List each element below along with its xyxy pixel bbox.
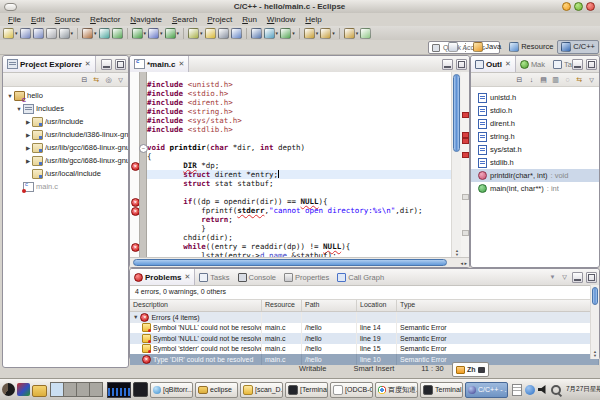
link-with-editor-icon[interactable] (92, 75, 101, 84)
save-icon[interactable] (19, 28, 32, 39)
run-icon[interactable]: ▾ (131, 28, 148, 39)
external-tools-icon[interactable]: ▾ (164, 28, 181, 39)
collapse-all-icon[interactable] (80, 75, 89, 84)
expand-arrow-icon[interactable]: ▶ (24, 119, 32, 125)
taskbar-window-qbittorrent[interactable]: [qBittorr... (150, 382, 193, 398)
editor-body[interactable]: ×××× #include <unistd.h>#include <stdio.… (130, 72, 469, 258)
tree-item--usr-include[interactable]: ▶/usr/include (3, 115, 128, 128)
save-all-icon[interactable] (32, 28, 45, 39)
forward-icon[interactable]: ▾ (343, 28, 360, 39)
coverage-icon[interactable]: ▾ (187, 28, 204, 39)
volume-tray-icon[interactable] (538, 385, 548, 395)
taskbar-window-folder[interactable]: eclipse (195, 382, 238, 398)
tree-item--usr-lib-gcc-i686-linux-gnu-4-7-[interactable]: ▶/usr/lib/gcc/i686-linux-gnu/4.7/ (3, 154, 128, 167)
mark[interactable] (462, 194, 469, 200)
sort-icon[interactable] (527, 75, 536, 84)
tab-tasks[interactable]: Tasks (195, 269, 233, 285)
open-perspective-button[interactable] (444, 40, 462, 54)
tab-call-graph[interactable]: Call Graph (333, 269, 388, 285)
next-annotation-icon[interactable]: ▾ (263, 28, 280, 39)
scrollbar-arrows[interactable]: ◂ ▸ (461, 260, 467, 266)
menu-file[interactable]: File (3, 15, 26, 24)
problem-row[interactable]: Symbol 'NULL' could not be resolvedmain.… (130, 323, 599, 334)
menu-project[interactable]: Project (202, 15, 237, 24)
outline-item[interactable]: printdir(char*, int) : void (471, 169, 599, 182)
outline-item[interactable]: dirent.h (471, 117, 599, 130)
input-method-indicator[interactable]: Zh (452, 362, 489, 377)
taskbar-window-scan[interactable]: [scan_D... (240, 382, 283, 398)
print-icon[interactable] (45, 28, 58, 39)
open-console-icon[interactable] (217, 28, 230, 39)
window-menu-button[interactable] (4, 3, 17, 11)
error-mark[interactable] (462, 138, 469, 144)
file-manager-icon[interactable] (32, 385, 47, 397)
search-icon[interactable] (250, 28, 263, 39)
dropdown-arrow-icon[interactable]: ▾ (144, 30, 147, 36)
dropdown-arrow-icon[interactable]: ▾ (276, 30, 279, 36)
filter-icon[interactable] (548, 272, 557, 281)
outline-item[interactable]: string.h (471, 130, 599, 143)
column-header-resource[interactable]: Resource (262, 300, 302, 311)
workspace-2[interactable] (63, 382, 77, 397)
pin-editor-icon[interactable] (359, 28, 372, 39)
expand-arrow-icon[interactable]: ▶ (24, 132, 32, 138)
dropdown-arrow-icon[interactable]: ▾ (200, 30, 203, 36)
profile-icon[interactable]: ▾ (147, 28, 164, 39)
dropdown-arrow-icon[interactable]: ▾ (94, 30, 97, 36)
workspace-3[interactable] (76, 382, 90, 397)
tree-item-main-c[interactable]: main.c (3, 180, 128, 193)
previous-annotation-icon[interactable]: ▾ (279, 28, 296, 39)
perspective-cc[interactable]: C/C++ (557, 40, 599, 54)
column-header-path[interactable]: Path (302, 300, 357, 311)
minimize-view-icon[interactable] (442, 59, 453, 70)
perspective-java[interactable]: Java (469, 40, 505, 54)
outline-item[interactable]: unistd.h (471, 91, 599, 104)
media-launcher-icon[interactable] (17, 383, 30, 396)
app-menu-icon[interactable] (2, 383, 15, 396)
menu-run[interactable]: Run (237, 15, 262, 24)
dropdown-arrow-icon[interactable]: ▾ (177, 30, 180, 36)
back-icon[interactable]: ▾ (319, 28, 336, 39)
close-icon[interactable]: ✕ (505, 60, 511, 68)
tree-item-hello[interactable]: ▼hello (3, 89, 128, 102)
problem-row[interactable]: Symbol 'NULL' could not be resolvedmain.… (130, 333, 599, 344)
dropdown-arrow-icon[interactable]: ▾ (356, 30, 359, 36)
hide-fields-icon[interactable] (539, 75, 548, 84)
tree-item--usr-include-i386-linux-gnu[interactable]: ▶/usr/include/i386-linux-gnu (3, 128, 128, 141)
outline-item[interactable]: stdio.h (471, 104, 599, 117)
last-edit-location-icon[interactable]: ▾ (303, 28, 320, 39)
system-monitor-graph[interactable] (107, 382, 131, 398)
vertical-scrollbar[interactable]: ▲▼ (590, 285, 599, 359)
column-header-description[interactable]: Description (130, 300, 262, 311)
open-element-icon[interactable] (230, 28, 243, 39)
hide-static-icon[interactable] (551, 75, 560, 84)
workspace-1[interactable] (50, 382, 64, 397)
expand-arrow-icon[interactable]: ▼ (15, 106, 23, 112)
overview-ruler[interactable] (461, 72, 469, 258)
problems-group-row[interactable]: ▼×Errors (4 items) (130, 312, 599, 323)
tab-mak[interactable]: Mak (516, 56, 549, 72)
dropdown-arrow-icon[interactable]: ▾ (316, 30, 319, 36)
expand-arrow-icon[interactable]: ▶ (24, 145, 32, 151)
maximize-view-icon[interactable] (115, 59, 126, 70)
view-menu-icon[interactable] (560, 272, 569, 281)
clock[interactable]: 7月27日星期六 21:03:56 (566, 385, 600, 394)
tab-project-explorer[interactable]: Project Explorer ✕ (3, 56, 96, 72)
menu-refactor[interactable]: Refactor (85, 15, 125, 24)
tab-console[interactable]: Console (234, 269, 281, 285)
hide-non-public-icon[interactable] (563, 75, 572, 84)
outline-item[interactable]: main(int, char**) : int (471, 182, 599, 195)
menu-source[interactable]: Source (50, 15, 85, 24)
focus-on-active-task-icon[interactable] (104, 75, 113, 84)
tree-item-includes[interactable]: ▼Includes (3, 102, 128, 115)
scrollbar-arrows[interactable]: ▲▼ (591, 350, 599, 358)
minimize-view-icon[interactable] (572, 59, 583, 70)
minimize-button[interactable] (562, 2, 571, 11)
taskbar-window-chrome[interactable]: 百度知道... (375, 382, 418, 398)
outline-item[interactable]: sys/stat.h (471, 143, 599, 156)
dropdown-arrow-icon[interactable]: ▾ (160, 30, 163, 36)
mark-occurrences-icon[interactable] (204, 28, 217, 39)
link-with-editor-icon[interactable] (575, 75, 584, 84)
column-header-location[interactable]: Location (357, 300, 397, 311)
new-terminal-icon[interactable] (98, 28, 111, 39)
